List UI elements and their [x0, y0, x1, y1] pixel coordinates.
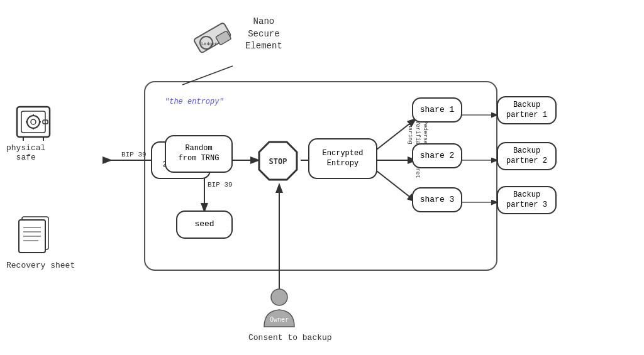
backup-partner1-box: Backuppartner 1 — [497, 96, 557, 124]
nano-device: Ledger — [182, 11, 239, 65]
nano-label: NanoSecureElement — [245, 16, 282, 53]
svg-point-36 — [271, 289, 287, 305]
svg-point-20 — [31, 119, 36, 124]
consent-label: Consent to backup — [248, 333, 332, 342]
physical-safe-label: physicalsafe — [6, 143, 45, 162]
entropy-label: "the entropy" — [165, 97, 224, 106]
safe-icon — [14, 102, 55, 146]
recovery-sheet-label: Recovery sheet — [6, 261, 75, 270]
random-trng-box: Randomfrom TRNG — [165, 135, 233, 173]
diagram: Ledger NanoSecureElement physicalsafe — [0, 0, 644, 355]
svg-line-12 — [182, 66, 233, 85]
svg-text:Ledger: Ledger — [201, 41, 217, 46]
recovery-sheet-icon — [16, 214, 53, 261]
share3-box: share 3 — [412, 187, 462, 212]
bip39-down-label: BIP 39 — [208, 181, 233, 188]
stop-sign: STOP — [257, 139, 299, 185]
share2-box: share 2 — [412, 143, 462, 168]
svg-point-19 — [27, 116, 40, 128]
encrypted-entropy-box: EncryptedEntropy — [308, 138, 377, 179]
owner-person: Owner — [258, 286, 301, 333]
backup-partner2-box: Backuppartner 2 — [497, 142, 557, 170]
seed-box: seed — [176, 210, 233, 239]
svg-text:STOP: STOP — [269, 157, 287, 166]
backup-partner3-box: Backuppartner 3 — [497, 186, 557, 214]
svg-text:Owner: Owner — [270, 316, 289, 323]
bip39-left-label: BIP 39 — [121, 151, 147, 158]
share1-box: share 1 — [412, 97, 462, 123]
